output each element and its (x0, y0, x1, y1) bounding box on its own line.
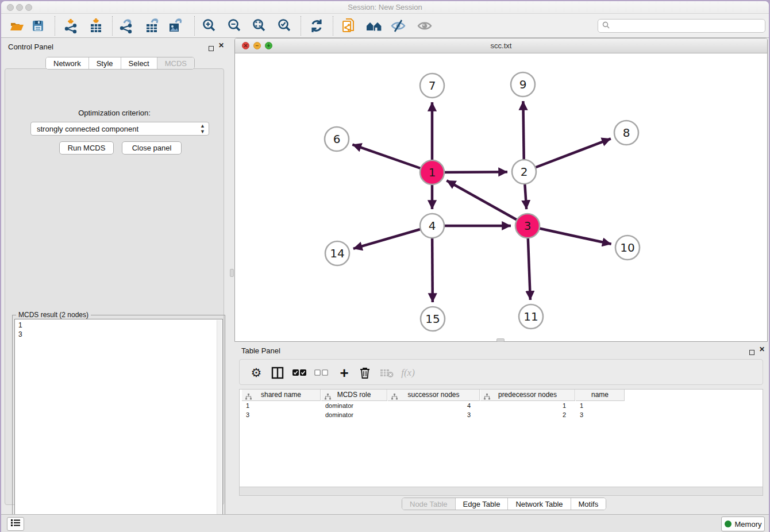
tab-motifs[interactable]: Motifs (571, 498, 606, 510)
network-window-titlebar[interactable]: ✕ − + scc.txt (235, 38, 767, 53)
graph-node-label: 6 (333, 132, 341, 146)
deselect-all-icon[interactable] (313, 365, 329, 381)
hide-selected-icon[interactable] (390, 17, 407, 34)
optimization-criterion-value: strongly connected component (37, 125, 138, 133)
close-panel-icon[interactable]: ✕ (218, 41, 224, 49)
refresh-icon[interactable] (308, 17, 325, 34)
copy-network-icon[interactable] (340, 17, 357, 34)
column-header-label: successor nodes (407, 391, 459, 399)
list-icon (11, 519, 20, 529)
graph-node-label: 3 (524, 219, 532, 233)
zoom-out-icon[interactable] (226, 17, 243, 34)
close-panel-icon[interactable]: ✕ (759, 345, 765, 353)
save-session-icon[interactable] (29, 17, 47, 34)
first-neighbors-icon[interactable] (365, 17, 383, 34)
graph-edge-3-10[interactable] (528, 226, 611, 244)
export-network-icon[interactable] (118, 17, 135, 34)
column-header-predecessor-nodes[interactable]: predecessor nodes (480, 390, 575, 401)
toolbar-separator (112, 16, 113, 36)
table-cell[interactable]: 3 (576, 411, 625, 420)
table-row[interactable]: 1dominator411 (240, 402, 763, 411)
network-window-title: scc.txt (235, 41, 767, 50)
delete-table-icon[interactable] (379, 365, 395, 381)
float-panel-icon[interactable] (749, 347, 754, 357)
table-cell[interactable]: 1 (480, 402, 575, 411)
run-mcds-button[interactable]: Run MCDS (59, 141, 114, 155)
toolbar-separator (333, 16, 333, 36)
table-cell[interactable]: 1 (242, 402, 321, 411)
column-header-label: name (591, 391, 609, 399)
zoom-fit-icon[interactable] (251, 17, 268, 34)
import-table-icon[interactable] (87, 17, 105, 34)
network-graph[interactable]: 7968124314101511 (235, 53, 767, 342)
optimization-criterion-select[interactable]: strongly connected component ▲▼ (30, 122, 209, 136)
column-header-name[interactable]: name (576, 390, 625, 401)
table-cell[interactable]: dominator (321, 402, 387, 411)
tab-style[interactable]: Style (89, 57, 121, 70)
tab-network-table[interactable]: Network Table (508, 498, 571, 510)
node-table: shared nameMCDS rolesuccessor nodesprede… (239, 389, 763, 487)
chevron-updown-icon: ▲▼ (200, 123, 205, 134)
graph-node-label: 11 (523, 310, 538, 323)
delete-icon[interactable] (357, 365, 373, 381)
graph-node-label: 14 (330, 246, 344, 260)
close-panel-button[interactable]: Close panel (122, 141, 182, 155)
tab-select[interactable]: Select (121, 57, 157, 70)
select-all-icon[interactable] (291, 365, 307, 381)
window-title: Session: New Session (1, 3, 769, 11)
splitter-handle[interactable] (496, 338, 505, 342)
graph-node-label: 8 (623, 126, 630, 140)
memory-status-icon (725, 521, 732, 527)
tab-mcds[interactable]: MCDS (157, 57, 194, 70)
mcds-result-text[interactable]: 13 (14, 319, 223, 532)
graph-node-label: 4 (429, 219, 436, 233)
table-cell[interactable]: 3 (242, 411, 321, 420)
mcds-tab-panel: Optimization criterion: strongly connect… (5, 68, 224, 505)
memory-button[interactable]: Memory (721, 516, 765, 531)
table-cell[interactable]: 1 (576, 402, 625, 411)
main-toolbar (1, 14, 769, 38)
search-input[interactable] (612, 21, 765, 31)
graph-node-label: 9 (519, 78, 527, 91)
zoom-selected-icon[interactable] (276, 17, 293, 34)
show-task-history-button[interactable] (7, 517, 24, 531)
column-header-successor-nodes[interactable]: successor nodes (388, 390, 480, 401)
network-canvas[interactable]: 7968124314101511 (235, 53, 767, 342)
gear-icon[interactable]: ⚙ (248, 365, 264, 381)
columns-icon[interactable] (270, 365, 286, 381)
open-session-icon[interactable] (8, 17, 25, 34)
search-icon (602, 21, 610, 31)
column-header-MCDS-role[interactable]: MCDS role (321, 390, 387, 401)
tab-network[interactable]: Network (46, 57, 89, 70)
optimization-criterion-label: Optimization criterion: (5, 109, 224, 117)
graph-edge-2-8[interactable] (524, 138, 611, 172)
table-cell[interactable]: 3 (388, 411, 480, 420)
scrollbar[interactable] (217, 320, 222, 531)
column-header-label: predecessor nodes (498, 391, 557, 399)
export-image-icon[interactable] (167, 17, 184, 34)
table-row[interactable]: 3dominator323 (240, 411, 763, 420)
column-header-shared-name[interactable]: shared name (242, 390, 321, 401)
table-cell[interactable]: dominator (321, 411, 387, 420)
float-panel-icon[interactable] (209, 43, 214, 53)
splitter-handle[interactable] (230, 269, 234, 277)
table-cell[interactable]: 4 (388, 402, 480, 411)
table-panel-tabs: Node TableEdge TableNetwork TableMotifs (402, 498, 606, 510)
status-bar: Memory (1, 514, 769, 532)
search-field[interactable] (598, 19, 765, 33)
mcds-result-title: MCDS result (2 nodes) (16, 311, 91, 319)
show-all-icon[interactable] (416, 17, 433, 34)
table-cell[interactable]: 2 (480, 411, 575, 420)
tab-node-table[interactable]: Node Table (402, 498, 456, 510)
tab-edge-table[interactable]: Edge Table (456, 498, 509, 510)
graph-node-label: 10 (620, 241, 634, 255)
add-column-icon[interactable]: + (336, 365, 352, 381)
graph-edge-3-1[interactable] (446, 180, 528, 226)
function-builder-icon: f(x) (400, 365, 416, 381)
table-scrollbar[interactable] (239, 487, 763, 496)
graph-node-label: 7 (429, 79, 436, 92)
export-table-icon[interactable] (144, 17, 161, 34)
import-network-icon[interactable] (63, 17, 80, 34)
network-view-window: ✕ − + scc.txt 7968124314101511 (234, 38, 768, 342)
zoom-in-icon[interactable] (201, 17, 218, 34)
